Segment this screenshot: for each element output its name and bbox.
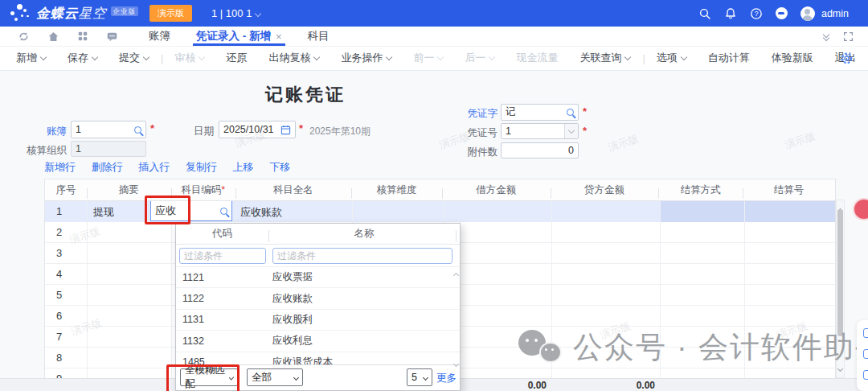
lookup-icon[interactable] xyxy=(220,208,227,215)
scope-select[interactable]: 全部 xyxy=(247,368,303,386)
toolbar-audit-button: 审核 xyxy=(174,51,204,65)
dropdown-footer: 全模糊匹配 全部 5 更多 xyxy=(176,364,460,390)
lookup-icon[interactable] xyxy=(134,126,141,134)
voucher-word-value: 记 xyxy=(506,105,516,119)
option-code: 1121 xyxy=(176,272,268,283)
dropdown-option[interactable]: 1121 应收票据 xyxy=(176,267,460,288)
org-field: 1 xyxy=(71,141,146,157)
toolbar-cashflow-button: 现金流量 xyxy=(516,51,558,65)
add-row-link[interactable]: 新增行 xyxy=(44,161,76,173)
message-icon[interactable] xyxy=(106,31,118,43)
attachments-label: 附件数 xyxy=(467,146,497,159)
toolbar-separator: | xyxy=(642,52,645,64)
dropdown-option[interactable]: 1131 应收股利 xyxy=(176,310,460,331)
dropdown-option[interactable]: 1132 应收利息 xyxy=(176,331,460,352)
dropdown-col-code: 代码 xyxy=(176,227,268,241)
copy-row-link[interactable]: 复制行 xyxy=(186,161,217,173)
toolbar-autocalc-button[interactable]: 自动计算 xyxy=(708,51,750,65)
tab-voucher-entry-new[interactable]: 凭证录入 - 新增 × xyxy=(196,27,282,46)
voucher-word-label[interactable]: 凭证字 xyxy=(467,107,497,121)
bell-icon[interactable] xyxy=(724,7,737,20)
vertical-scrollbar[interactable] xyxy=(836,200,845,378)
voucher-no-field[interactable]: 1 xyxy=(501,123,579,139)
option-name: 应收票据 xyxy=(268,270,313,284)
attachments-field[interactable]: 0 xyxy=(501,142,579,158)
toolbar-business-ops-button[interactable]: 业务操作 xyxy=(341,51,391,65)
gear-icon[interactable] xyxy=(840,51,854,65)
required-asterisk: * xyxy=(583,125,587,137)
voucher-no-value: 1 xyxy=(506,126,511,137)
collapse-toolbar-icon[interactable] xyxy=(824,32,829,40)
book-field[interactable]: 1 xyxy=(71,121,146,138)
row1-summary[interactable]: 提现 xyxy=(93,205,114,220)
toolbar-save-button[interactable]: 保存 xyxy=(68,51,97,65)
more-link[interactable]: 更多 xyxy=(436,372,457,385)
toolbar-submit-button[interactable]: 提交 xyxy=(119,51,149,65)
username[interactable]: admin xyxy=(821,8,849,19)
dropdown-option[interactable]: 1122 应收账款 xyxy=(176,288,460,309)
page-size-value: 5 xyxy=(411,372,417,383)
tab-account-books[interactable]: 账簿 xyxy=(149,27,170,46)
toolbar-cashier-review-button[interactable]: 出纳复核 xyxy=(268,51,319,65)
attachments-value: 0 xyxy=(568,145,574,156)
row-seq: 2 xyxy=(56,226,62,238)
avatar[interactable] xyxy=(800,6,815,21)
col-header-settle-method: 结算方式 xyxy=(658,183,743,197)
fullscreen-icon[interactable] xyxy=(843,31,854,42)
toolbar-related-query-button[interactable]: 关联查询 xyxy=(579,51,630,65)
org-book-switcher[interactable]: 1 | 100 1 xyxy=(211,7,260,19)
toolbar-options-button[interactable]: 选项 xyxy=(657,51,686,65)
tab-label: 账簿 xyxy=(149,29,170,43)
eye-protection-toggle-icon[interactable] xyxy=(776,7,788,19)
row1-account-name[interactable]: 应收账款 xyxy=(240,205,282,220)
row-seq: 7 xyxy=(56,331,62,343)
page-size-select[interactable]: 5 xyxy=(407,368,432,386)
required-asterisk: * xyxy=(221,184,225,196)
voucher-toolbar: 新增 保存 提交 | 审核 还原 出纳复核 业务操作 前一 后一 现金流量 关联… xyxy=(0,46,868,71)
name-filter-input[interactable] xyxy=(272,248,452,264)
kingdee-logo-icon xyxy=(10,4,31,23)
toolbar-next-button: 后一 xyxy=(465,51,494,65)
chevron-down-icon[interactable] xyxy=(564,124,578,138)
insert-row-link[interactable]: 插入行 xyxy=(138,161,170,173)
search-icon[interactable] xyxy=(698,7,711,20)
row-seq: 6 xyxy=(56,310,62,322)
account-code-text: 应收 xyxy=(155,204,176,218)
toolbar-prev-button: 前一 xyxy=(413,51,443,65)
apps-grid-icon[interactable] xyxy=(77,31,88,42)
option-name: 应收账款 xyxy=(268,292,313,306)
floating-panel[interactable] xyxy=(857,320,868,391)
delete-row-link[interactable]: 删除行 xyxy=(92,161,123,173)
lookup-icon[interactable] xyxy=(567,109,574,116)
move-down-link[interactable]: 下移 xyxy=(269,161,290,173)
account-code-editor[interactable]: 应收 xyxy=(150,201,232,221)
voucher-no-label: 凭证号 xyxy=(467,126,497,140)
toolbar-new-button[interactable]: 新增 xyxy=(16,51,46,65)
book-label[interactable]: 账簿 xyxy=(20,125,67,138)
floating-badge[interactable] xyxy=(853,198,868,220)
required-asterisk: * xyxy=(299,122,303,134)
toolbar-new-version-button[interactable]: 体验新版 xyxy=(772,51,813,65)
tab-bar: 账簿 凭证录入 - 新增 × 科目 xyxy=(0,27,868,47)
col-header-summary: 摘要 xyxy=(87,183,171,197)
calendar-icon[interactable] xyxy=(280,125,291,135)
code-filter-input[interactable] xyxy=(179,248,266,264)
brand-primary: 金蝶云 xyxy=(36,6,79,20)
move-up-link[interactable]: 上移 xyxy=(233,161,254,173)
demo-version-badge: 演示版 xyxy=(149,5,192,22)
toolbar-restore-button[interactable]: 还原 xyxy=(226,51,247,65)
voucher-word-field[interactable]: 记 xyxy=(501,104,579,121)
dropdown-col-name: 名称 xyxy=(268,227,460,241)
scrollbar-thumb[interactable] xyxy=(837,209,843,336)
row-actions: 新增行 删除行 插入行 复制行 上移 下移 xyxy=(44,160,303,175)
tab-accounts[interactable]: 科目 xyxy=(308,27,330,46)
col-header-account-name: 科目全名 xyxy=(235,183,352,197)
date-field[interactable]: 2025/10/31 xyxy=(219,121,296,138)
home-icon[interactable] xyxy=(47,31,59,43)
col-header-dimension: 核算维度 xyxy=(351,183,442,197)
close-icon[interactable]: × xyxy=(276,31,282,43)
help-icon[interactable]: ? xyxy=(750,7,763,20)
match-mode-select[interactable]: 全模糊匹配 xyxy=(180,368,238,386)
sync-icon[interactable] xyxy=(18,31,30,43)
brand-title: 金蝶云星空企业版 xyxy=(36,5,138,23)
